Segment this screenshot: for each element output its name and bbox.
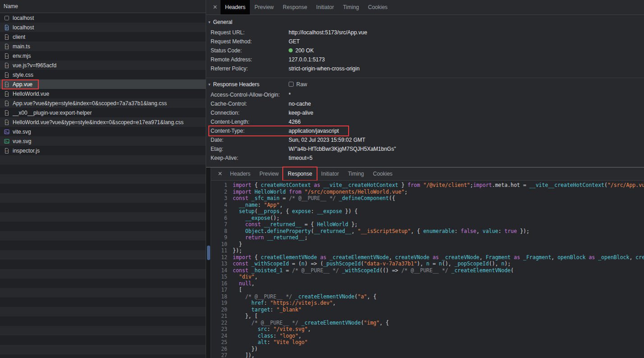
request-name: inspector.js — [13, 148, 40, 154]
request-row[interactable]: vite.svg — [0, 127, 206, 136]
collapse-triangle-icon[interactable]: ▾ — [208, 82, 211, 87]
section-header[interactable]: ▾General — [206, 16, 644, 28]
code-token: true — [505, 228, 517, 234]
request-row[interactable]: env.mjs — [0, 51, 206, 60]
request-row[interactable]: __x00__plugin-vue:export-helper — [0, 108, 206, 117]
section-header[interactable]: ▾Response HeadersRaw — [206, 78, 644, 90]
code-token: : — [311, 208, 317, 214]
request-row[interactable]: vue.svg — [0, 136, 206, 146]
checkbox-icon[interactable] — [289, 82, 294, 87]
code-text: const _withScopeId = (n) => (_pushScopeI… — [233, 260, 511, 267]
code-line: 18 /* @__PURE__ */ _createElementVNode("… — [211, 293, 644, 300]
code-line: 4 __name: "App", — [211, 202, 644, 209]
code-token: class — [258, 333, 273, 339]
request-row[interactable]: HelloWorld.vue?vue&type=style&index=0&sc… — [0, 117, 206, 127]
tab-initiator[interactable]: Initiator — [317, 167, 343, 180]
code-text: const _sfc_main = /* @__PURE__ */ _defin… — [233, 195, 395, 202]
tab-timing[interactable]: Timing — [343, 167, 368, 180]
code-token — [233, 326, 258, 332]
code-token: ); — [505, 260, 511, 267]
code-token: } — [233, 241, 242, 247]
request-row-empty — [0, 250, 206, 260]
code-token: "/src/components/HelloWorld.vue" — [304, 189, 405, 195]
code-text: Object.defineProperty(__returned__, "__i… — [233, 228, 529, 235]
code-token: (() => — [379, 267, 401, 274]
header-value: timeout=5 — [289, 155, 313, 161]
name-column-header[interactable]: Name — [0, 0, 206, 13]
close-icon[interactable]: × — [210, 0, 221, 14]
code-token: __returned__ — [314, 228, 351, 234]
request-row[interactable]: vue.js?v=f965acfd — [0, 60, 206, 70]
request-row[interactable]: HelloWorld.vue — [0, 89, 206, 98]
code-token: [ — [233, 287, 242, 293]
line-number: 19 — [211, 300, 231, 307]
request-row-empty — [0, 279, 206, 288]
scrollbar-thumb-icon[interactable] — [207, 246, 210, 260]
tab-headers[interactable]: Headers — [225, 167, 255, 180]
code-token: } — [398, 182, 408, 188]
code-line: 20 target: "_blank" — [211, 307, 644, 313]
code-token: __expose — [317, 208, 342, 214]
request-row[interactable]: localhost — [0, 13, 206, 23]
code-token: false — [461, 228, 477, 234]
tab-cookies[interactable]: Cookies — [368, 167, 397, 180]
request-row[interactable]: App.vue?vue&type=style&index=0&scoped=7a… — [0, 98, 206, 108]
code-token: __returned__ — [267, 234, 304, 241]
tab-response[interactable]: Response — [278, 0, 312, 14]
vertical-scrollbar[interactable] — [206, 167, 211, 358]
code-text: import HelloWorld from "/src/components/… — [233, 189, 408, 195]
code-token: import — [473, 182, 492, 188]
code-token: , — [476, 228, 483, 234]
tab-response[interactable]: Response — [283, 167, 317, 180]
request-row[interactable]: main.ts — [0, 42, 206, 51]
code-token: openBlock — [557, 254, 585, 260]
raw-checkbox[interactable]: Raw — [289, 81, 307, 88]
tab-cookies[interactable]: Cookies — [363, 0, 392, 14]
header-row: Cache-Control:no-cache — [206, 99, 644, 108]
line-number: 14 — [211, 267, 231, 274]
request-row[interactable]: style.css — [0, 70, 206, 79]
tab-initiator[interactable]: Initiator — [312, 0, 338, 14]
header-name: Status Code: — [211, 47, 289, 54]
header-value: strict-origin-when-cross-origin — [289, 65, 359, 72]
code-text: import { createHotContext as __vite__cre… — [233, 182, 644, 189]
collapse-triangle-icon[interactable]: ▾ — [208, 20, 211, 24]
code-token: defineProperty — [267, 228, 311, 234]
code-token: = — [280, 195, 289, 201]
code-text: __name: "App", — [233, 202, 283, 209]
code-token: }) { — [342, 208, 358, 214]
code-text: src: "/vite.svg", — [233, 326, 311, 333]
request-row[interactable]: App.vue — [0, 79, 206, 89]
header-name: Remote Address: — [211, 56, 289, 63]
tab-headers[interactable]: Headers — [221, 0, 250, 14]
line-number: 15 — [211, 274, 231, 280]
close-icon[interactable]: × — [215, 167, 225, 180]
request-row[interactable]: inspector.js — [0, 146, 206, 155]
tab-timing[interactable]: Timing — [338, 0, 363, 14]
code-token: , — [629, 254, 635, 260]
header-row-content: Remote Address:127.0.0.1:5173 — [211, 56, 325, 63]
code-token — [448, 267, 451, 274]
line-number: 21 — [211, 313, 231, 320]
code-line: 26 }) — [211, 346, 644, 353]
code-text: class: "logo", — [233, 333, 301, 339]
header-row: Referrer Policy:strict-origin-when-cross… — [206, 64, 644, 73]
code-token: from — [286, 189, 305, 195]
code-token: ( — [604, 182, 607, 188]
request-row-empty — [0, 288, 206, 298]
header-name: Request URL: — [211, 29, 289, 36]
code-token: (); — [270, 215, 280, 221]
code-text: import { createElementVNode as _createEl… — [233, 254, 644, 261]
request-row[interactable]: client — [0, 32, 206, 42]
header-row-content: Connection:keep-alive — [211, 110, 313, 116]
tab-preview[interactable]: Preview — [255, 167, 283, 180]
header-row: Request Method:GET — [206, 37, 644, 46]
request-row[interactable]: localhost — [0, 23, 206, 32]
tab-preview[interactable]: Preview — [250, 0, 278, 14]
line-number: 13 — [211, 260, 231, 267]
code-token: (), — [442, 260, 455, 267]
request-row-empty — [0, 316, 206, 326]
code-token: : — [455, 228, 461, 234]
code-token: : — [498, 228, 505, 234]
header-row-content: Content-Length:4266 — [211, 119, 301, 125]
